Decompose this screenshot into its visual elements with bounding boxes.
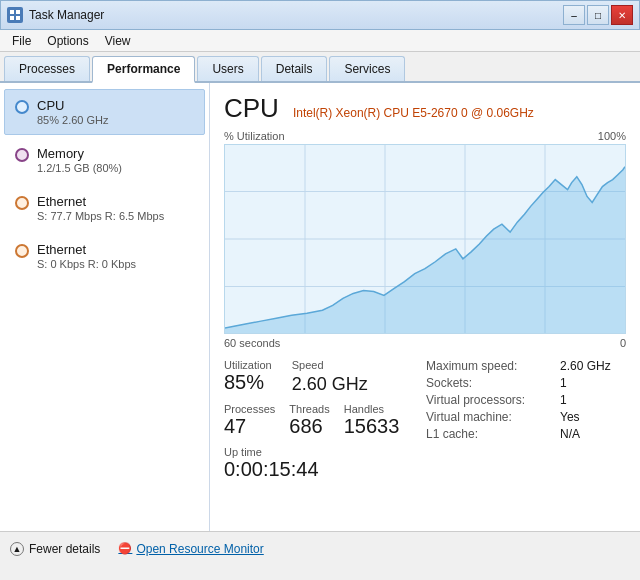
processes-label: Processes	[224, 403, 275, 415]
l1-cache-value: N/A	[560, 427, 580, 441]
handles-label: Handles	[344, 403, 400, 415]
chart-label-right: 100%	[598, 130, 626, 142]
ethernet1-subtitle: S: 77.7 Mbps R: 6.5 Mbps	[37, 210, 194, 222]
utilization-stat: Utilization 85%	[224, 359, 272, 395]
cpu-subtitle: 85% 2.60 GHz	[37, 114, 194, 126]
sockets-row: Sockets: 1	[426, 376, 626, 390]
menu-options[interactable]: Options	[39, 32, 96, 50]
sidebar-item-ethernet2[interactable]: Ethernet S: 0 Kbps R: 0 Kbps	[4, 233, 205, 279]
title-bar: Task Manager – □ ✕	[0, 0, 640, 30]
svg-rect-2	[10, 16, 14, 20]
window-controls: – □ ✕	[563, 5, 633, 25]
virtual-machine-row: Virtual machine: Yes	[426, 410, 626, 424]
tab-services[interactable]: Services	[329, 56, 405, 81]
resource-monitor-icon: ⛔	[118, 542, 132, 555]
uptime-label: Up time	[224, 446, 410, 458]
tab-users[interactable]: Users	[197, 56, 258, 81]
sidebar: CPU 85% 2.60 GHz Memory 1.2/1.5 GB (80%)…	[0, 83, 210, 531]
menu-view[interactable]: View	[97, 32, 139, 50]
sockets-value: 1	[560, 376, 567, 390]
tabs-bar: Processes Performance Users Details Serv…	[0, 52, 640, 83]
sidebar-item-memory[interactable]: Memory 1.2/1.5 GB (80%)	[4, 137, 205, 183]
l1-cache-label: L1 cache:	[426, 427, 556, 441]
virtual-processors-label: Virtual processors:	[426, 393, 556, 407]
tab-details[interactable]: Details	[261, 56, 328, 81]
app-icon	[7, 7, 23, 23]
fewer-details-button[interactable]: ▲ Fewer details	[10, 542, 100, 556]
cpu-title: CPU	[37, 98, 194, 113]
sidebar-item-ethernet1[interactable]: Ethernet S: 77.7 Mbps R: 6.5 Mbps	[4, 185, 205, 231]
fewer-details-label: Fewer details	[29, 542, 100, 556]
l1-cache-row: L1 cache: N/A	[426, 427, 626, 441]
ethernet2-title: Ethernet	[37, 242, 194, 257]
minimize-button[interactable]: –	[563, 5, 585, 25]
ethernet2-indicator	[15, 244, 29, 258]
ethernet2-subtitle: S: 0 Kbps R: 0 Kbps	[37, 258, 194, 270]
cpu-label: CPU	[224, 93, 279, 124]
maximize-button[interactable]: □	[587, 5, 609, 25]
speed-stat: Speed 2.60 GHz	[292, 359, 368, 395]
cpu-chart	[224, 144, 626, 334]
memory-subtitle: 1.2/1.5 GB (80%)	[37, 162, 194, 174]
utilization-value: 85%	[224, 371, 272, 394]
processes-stat: Processes 47	[224, 403, 275, 438]
menu-file[interactable]: File	[4, 32, 39, 50]
virtual-machine-value: Yes	[560, 410, 580, 424]
cpu-header: CPU Intel(R) Xeon(R) CPU E5-2670 0 @ 0.0…	[224, 93, 626, 124]
svg-rect-0	[10, 10, 14, 14]
memory-title: Memory	[37, 146, 194, 161]
speed-value: 2.60 GHz	[292, 374, 368, 395]
sockets-label: Sockets:	[426, 376, 556, 390]
threads-stat: Threads 686	[289, 403, 329, 438]
menu-bar: File Options View	[0, 30, 640, 52]
ethernet1-indicator	[15, 196, 29, 210]
tab-performance[interactable]: Performance	[92, 56, 195, 83]
chevron-up-icon: ▲	[10, 542, 24, 556]
main-content: CPU 85% 2.60 GHz Memory 1.2/1.5 GB (80%)…	[0, 83, 640, 531]
chart-label-left: % Utilization	[224, 130, 285, 142]
svg-rect-3	[16, 16, 20, 20]
tab-processes[interactable]: Processes	[4, 56, 90, 81]
detail-panel: CPU Intel(R) Xeon(R) CPU E5-2670 0 @ 0.0…	[210, 83, 640, 531]
window-title: Task Manager	[29, 8, 104, 22]
utilization-label: Utilization	[224, 359, 272, 371]
virtual-machine-label: Virtual machine:	[426, 410, 556, 424]
max-speed-value: 2.60 GHz	[560, 359, 611, 373]
close-button[interactable]: ✕	[611, 5, 633, 25]
max-speed-label: Maximum speed:	[426, 359, 556, 373]
right-stats-panel: Maximum speed: 2.60 GHz Sockets: 1 Virtu…	[426, 359, 626, 481]
handles-stat: Handles 15633	[344, 403, 400, 438]
ethernet1-title: Ethernet	[37, 194, 194, 209]
speed-label: Speed	[292, 359, 368, 371]
processes-value: 47	[224, 415, 275, 438]
sidebar-item-cpu[interactable]: CPU 85% 2.60 GHz	[4, 89, 205, 135]
svg-rect-1	[16, 10, 20, 14]
chart-labels: % Utilization 100%	[224, 130, 626, 142]
cpu-model: Intel(R) Xeon(R) CPU E5-2670 0 @ 0.06GHz	[293, 106, 534, 120]
threads-label: Threads	[289, 403, 329, 415]
virtual-processors-row: Virtual processors: 1	[426, 393, 626, 407]
uptime-value: 0:00:15:44	[224, 458, 410, 481]
resource-monitor-label: Open Resource Monitor	[136, 542, 263, 556]
time-label-right: 0	[620, 337, 626, 349]
max-speed-row: Maximum speed: 2.60 GHz	[426, 359, 626, 373]
cpu-indicator	[15, 100, 29, 114]
uptime-block: Up time 0:00:15:44	[224, 446, 410, 481]
threads-value: 686	[289, 415, 329, 438]
bottom-bar: ▲ Fewer details ⛔ Open Resource Monitor	[0, 531, 640, 565]
memory-indicator	[15, 148, 29, 162]
time-label-left: 60 seconds	[224, 337, 280, 349]
time-labels: 60 seconds 0	[224, 337, 626, 349]
virtual-processors-value: 1	[560, 393, 567, 407]
handles-value: 15633	[344, 415, 400, 438]
open-resource-monitor-link[interactable]: ⛔ Open Resource Monitor	[118, 542, 263, 556]
